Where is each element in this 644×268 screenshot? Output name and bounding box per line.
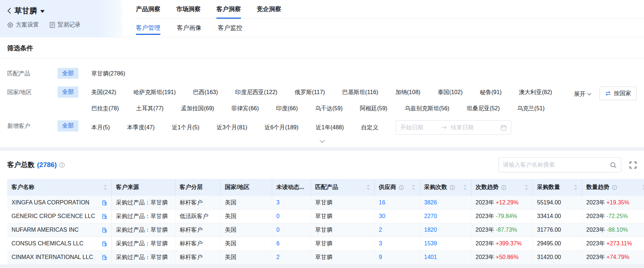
sort-icon[interactable] [525, 185, 528, 190]
country-filter-option[interactable]: 土耳其(77) [136, 105, 163, 112]
product-selector[interactable]: 草甘膦 [7, 6, 122, 16]
unread-count-link[interactable]: 3 [277, 199, 280, 205]
supplier-count-link[interactable]: 9 [379, 254, 382, 260]
country-filter-option[interactable]: 巴拉圭(78) [91, 105, 119, 112]
sort-icon[interactable] [642, 185, 644, 190]
country-filter-option[interactable]: 乌干达(59) [315, 105, 342, 112]
country-filter-option[interactable]: 印度(66) [276, 105, 298, 112]
customer-name[interactable]: GENERIC CROP SCIENCE LLC [12, 213, 95, 220]
company-detail-icon[interactable] [102, 200, 107, 205]
col-count-trend[interactable]: 次数趋势 [471, 179, 533, 196]
by-country-button[interactable]: 按国家 [599, 87, 637, 100]
customer-name[interactable]: CONSUS CHEMICALS LLC [12, 240, 83, 247]
country-filter-option[interactable]: 秘鲁(91) [480, 89, 502, 96]
product-all-chip[interactable]: 全部 [58, 68, 78, 79]
custom-range-option[interactable]: 自定义 [361, 124, 378, 131]
product-filter-option[interactable]: 草甘膦(2786) [91, 70, 125, 78]
col-matched-product[interactable]: 匹配产品 [311, 179, 374, 196]
new-customer-filter-option[interactable]: 本季度(47) [127, 124, 155, 131]
info-icon[interactable] [612, 185, 617, 190]
unread-count-link[interactable]: 0 [277, 213, 280, 219]
company-detail-icon[interactable] [102, 255, 107, 260]
tab-competitor-insight[interactable]: 竞企洞察 [257, 0, 281, 18]
company-detail-icon[interactable] [102, 227, 107, 233]
country-filter-option[interactable]: 菲律宾(66) [231, 105, 259, 112]
customer-row[interactable]: XINGFA USA CORPORATION 采购过产品：草甘膦 标杆客户 美国… [7, 196, 644, 209]
info-icon[interactable] [450, 185, 455, 190]
end-date-input[interactable] [451, 124, 488, 131]
col-quantity-trend[interactable]: 数量趋势 [582, 179, 644, 196]
collapse-filters-button[interactable] [7, 135, 637, 147]
customer-search[interactable] [498, 157, 621, 172]
country-filter-option[interactable]: 澳大利亚(82) [519, 89, 552, 96]
start-date-input[interactable] [400, 124, 438, 131]
col-quantity[interactable]: 采购数量 [533, 179, 582, 196]
calendar-icon[interactable] [501, 125, 507, 131]
new-customer-filter-option[interactable]: 本月(5) [91, 124, 110, 131]
new-customer-filter-option[interactable]: 近6个月(189) [265, 124, 298, 131]
unread-count-link[interactable]: 6 [277, 240, 280, 246]
customer-name[interactable]: CINMAX INTERNATIONAL LLC [12, 254, 93, 260]
date-range-picker[interactable] [396, 120, 511, 135]
tab-product-insight[interactable]: 产品洞察 [136, 0, 160, 18]
scheme-settings-button[interactable]: 方案设置 [7, 21, 39, 29]
supplier-count-link[interactable]: 2 [379, 227, 382, 233]
back-icon[interactable] [7, 8, 11, 14]
company-detail-icon[interactable] [102, 241, 107, 246]
col-purchase-count[interactable]: 采购次数 [420, 179, 471, 196]
country-filter-option[interactable]: 孟加拉国(69) [181, 105, 214, 112]
info-icon[interactable] [501, 185, 506, 190]
country-filter-option[interactable]: 阿根廷(59) [360, 105, 387, 112]
customer-name[interactable]: NUFARM AMERICAS INC [12, 227, 79, 233]
search-input[interactable] [503, 162, 607, 168]
tab-market-insight[interactable]: 市场洞察 [176, 0, 201, 18]
search-icon[interactable] [610, 162, 617, 168]
country-filter-option[interactable]: 乌克兰(51) [517, 105, 544, 112]
customer-row[interactable]: GENERIC CROP SCIENCE LLC 采购过产品：草甘膦 低活跃客户… [7, 209, 644, 223]
company-detail-icon[interactable] [102, 214, 107, 219]
new-customer-filter-option[interactable]: 近1个月(5) [172, 124, 199, 131]
trade-records-button[interactable]: 贸易记录 [50, 21, 81, 29]
sort-icon[interactable] [574, 185, 577, 190]
country-filter-option[interactable]: 巴基斯坦(116) [342, 89, 378, 96]
fullscreen-icon[interactable] [629, 161, 637, 169]
purchase-count-link[interactable]: 1401 [424, 254, 437, 260]
purchase-count-link[interactable]: 1539 [424, 240, 437, 246]
country-filter-option[interactable]: 加纳(108) [396, 89, 420, 96]
unread-count-link[interactable]: 2 [277, 254, 280, 260]
subtab-customer-management[interactable]: 客户管理 [136, 19, 160, 37]
subtab-customer-profile[interactable]: 客户画像 [177, 19, 201, 37]
country-filter-option[interactable]: 乌兹别克斯坦(56) [405, 105, 449, 112]
purchase-count-link[interactable]: 1820 [424, 227, 437, 233]
country-filter-option[interactable]: 美国(242) [91, 89, 116, 96]
info-icon[interactable] [399, 185, 404, 190]
col-customer-name[interactable]: 客户名称 [7, 179, 111, 196]
country-filter-option[interactable]: 哈萨克斯坦(191) [133, 89, 175, 96]
customer-row[interactable]: NUFARM AMERICAS INC 采购过产品：草甘膦 标杆客户 美国 0 … [7, 223, 644, 237]
info-icon[interactable] [59, 162, 65, 168]
country-filter-option[interactable]: 巴西(163) [193, 89, 218, 96]
new-customer-filter-option[interactable]: 近1年(488) [316, 124, 344, 131]
country-all-chip[interactable]: 全部 [58, 87, 78, 97]
sort-icon[interactable] [366, 185, 370, 190]
purchase-count-link[interactable]: 3826 [424, 199, 437, 205]
customer-row[interactable]: CINMAX INTERNATIONAL LLC 采购过产品：草甘膦 标杆客户 … [7, 250, 644, 264]
new-customer-filter-option[interactable]: 近3个月(81) [216, 124, 247, 131]
unread-count-link[interactable]: 0 [277, 227, 280, 233]
customer-row[interactable]: CONSUS CHEMICALS LLC 采购过产品：草甘膦 标杆客户 美国 6… [7, 237, 644, 250]
country-filter-option[interactable]: 印度尼西亚(122) [235, 89, 277, 96]
tab-customer-insight[interactable]: 客户洞察 [216, 0, 241, 18]
supplier-count-link[interactable]: 16 [379, 199, 385, 205]
supplier-count-link[interactable]: 30 [379, 213, 385, 219]
sort-icon[interactable] [463, 185, 467, 190]
sort-icon[interactable] [412, 185, 415, 190]
customer-name[interactable]: XINGFA USA CORPORATION [12, 199, 90, 206]
country-filter-option[interactable]: 俄罗斯(117) [294, 89, 325, 96]
supplier-count-link[interactable]: 3 [379, 240, 382, 246]
col-suppliers[interactable]: 供应商 [374, 179, 420, 196]
new-customer-all-chip[interactable]: 全部 [58, 120, 78, 131]
country-filter-option[interactable]: 坦桑尼亚(52) [467, 105, 500, 112]
purchase-count-link[interactable]: 2270 [424, 213, 437, 219]
subtab-customer-monitor[interactable]: 客户监控 [218, 19, 242, 37]
sort-icon[interactable] [104, 185, 107, 190]
